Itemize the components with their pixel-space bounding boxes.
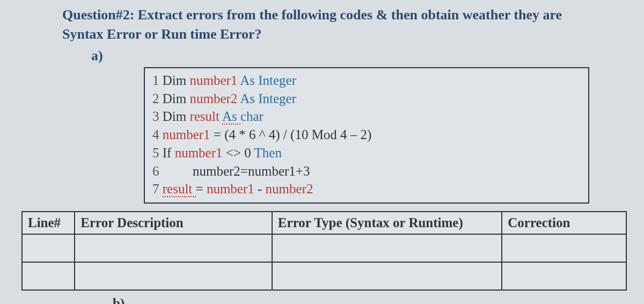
col-header-type: Error Type (Syntax or Runtime) <box>272 212 502 234</box>
table-header-row: Line# Error Description Error Type (Synt… <box>22 212 626 234</box>
code-token: Then <box>254 146 282 160</box>
code-token: char <box>240 109 264 124</box>
code-token: 0 <box>244 146 254 160</box>
line-number: 5 <box>152 146 163 160</box>
part-b-label: b) <box>113 296 628 304</box>
code-token: Dim <box>163 91 190 106</box>
line-number: 1 <box>152 73 163 88</box>
table-row <box>22 262 626 290</box>
code-line: 5 If number1 <> 0 Then <box>152 144 581 162</box>
table-cell-corr <box>502 234 626 262</box>
code-token: = (4 * 6 ^ 4) / (10 Mod 4 – 2) <box>214 127 372 142</box>
line-number: 6 <box>152 164 163 178</box>
col-header-correction: Correction <box>502 212 626 234</box>
question-prompt: Question#2: Extract errors from the foll… <box>62 5 588 45</box>
code-token: As <box>222 109 240 125</box>
code-line: 3 Dim result As char <box>152 107 581 126</box>
error-table: Line# Error Description Error Type (Synt… <box>21 211 627 291</box>
code-token: Integer <box>258 73 296 88</box>
code-token: As <box>240 73 258 88</box>
code-token: If <box>163 146 175 160</box>
table-cell-type <box>272 262 502 290</box>
line-number: 2 <box>152 91 163 106</box>
table-row <box>22 234 626 262</box>
table-cell-desc <box>75 262 272 290</box>
code-token: result <box>189 109 222 124</box>
code-token: number1 <box>189 73 240 88</box>
table-cell-line <box>22 234 75 262</box>
col-header-description: Error Description <box>75 212 272 234</box>
code-token: = <box>196 182 207 196</box>
code-token: Dim <box>163 109 190 124</box>
code-line: 6 number2=number1+3 <box>152 162 581 180</box>
line-number: 3 <box>152 109 163 124</box>
code-line: 2 Dim number2 As Integer <box>152 90 581 108</box>
worksheet-page: Question#2: Extract errors from the foll… <box>0 0 644 304</box>
col-header-line: Line# <box>22 212 75 234</box>
code-line: 4 number1 = (4 * 6 ^ 4) / (10 Mod 4 – 2) <box>152 126 581 144</box>
line-number: 4 <box>152 127 163 142</box>
code-token: number2 <box>189 91 240 106</box>
table-cell-line <box>22 262 75 290</box>
code-token: result <box>163 182 196 197</box>
part-a-label: a) <box>91 48 628 64</box>
code-token: - <box>258 182 266 196</box>
code-token: <> <box>226 146 244 160</box>
code-token: number1 <box>207 182 258 196</box>
code-token: number1 <box>175 146 226 160</box>
line-number: 7 <box>152 182 163 196</box>
code-token: number2=number1+3 <box>163 164 310 178</box>
code-token: number2 <box>266 182 313 196</box>
code-line: 7 result = number1 - number2 <box>152 180 581 198</box>
table-cell-type <box>272 234 502 262</box>
code-line: 1 Dim number1 As Integer <box>152 71 581 90</box>
code-token: number1 <box>163 127 214 142</box>
code-token: Integer <box>258 91 296 106</box>
table-cell-desc <box>75 234 272 262</box>
code-block: 1 Dim number1 As Integer2 Dim number2 As… <box>144 67 589 204</box>
code-token: Dim <box>163 73 190 88</box>
code-token: As <box>240 91 258 106</box>
table-cell-corr <box>502 262 626 290</box>
